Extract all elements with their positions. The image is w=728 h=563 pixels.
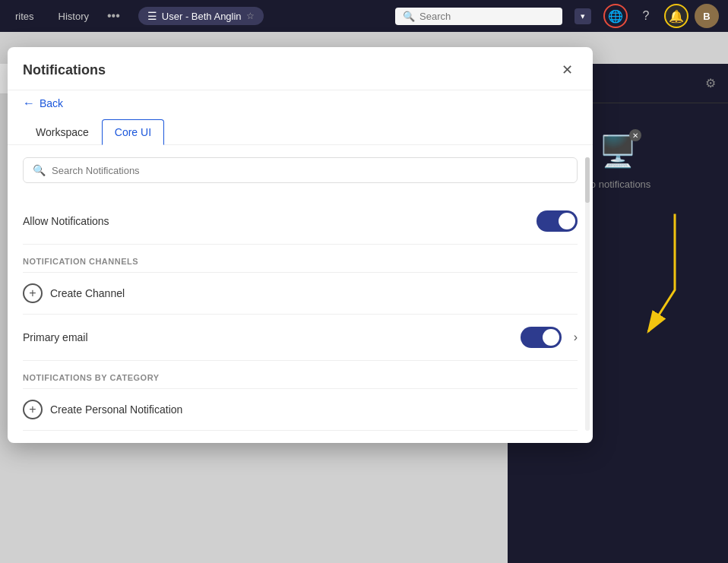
allow-notifications-row: Allow Notifications	[23, 198, 578, 245]
back-arrow-icon: ←	[23, 96, 35, 110]
primary-email-label: Primary email	[23, 331, 88, 343]
primary-email-chevron[interactable]: ›	[574, 331, 578, 344]
modal-overlay: Notifications ✕ ← Back Workspace Core UI…	[0, 32, 728, 563]
create-personal-label: Create Personal Notification	[50, 403, 182, 416]
help-button[interactable]: ?	[634, 4, 658, 28]
allow-notifications-label: Allow Notifications	[23, 215, 109, 227]
modal-back-button[interactable]: ← Back	[8, 90, 593, 113]
tab-core-ui[interactable]: Core UI	[102, 119, 164, 145]
search-icon: 🔍	[403, 11, 415, 22]
nav-icons: 🌐 ? 🔔 B	[603, 4, 719, 28]
allow-notifications-toggle[interactable]	[537, 210, 578, 232]
back-label: Back	[40, 97, 63, 109]
search-dropdown-arrow[interactable]: ▾	[574, 8, 591, 24]
notifications-modal: Notifications ✕ ← Back Workspace Core UI…	[8, 47, 593, 443]
nav-more-dots[interactable]: •••	[107, 9, 120, 23]
create-channel-row[interactable]: + Create Channel	[23, 273, 578, 315]
hamburger-icon: ☰	[147, 10, 157, 22]
user-pill[interactable]: ☰ User - Beth Anglin ☆	[138, 7, 264, 25]
nav-favorites[interactable]: rites	[9, 8, 40, 25]
top-nav: rites History ••• ☰ User - Beth Anglin ☆…	[0, 0, 728, 32]
create-personal-notification-row[interactable]: + Create Personal Notification	[23, 389, 578, 431]
user-label: User - Beth Anglin	[162, 11, 242, 22]
notif-search-input[interactable]	[52, 165, 568, 176]
notification-channels-header: NOTIFICATION CHANNELS	[23, 245, 578, 272]
tab-workspace[interactable]: Workspace	[23, 119, 102, 145]
star-icon: ☆	[246, 11, 255, 21]
notifications-by-category-header: NOTIFICATIONS BY CATEGORY	[23, 361, 578, 388]
bell-button[interactable]: 🔔	[664, 4, 688, 28]
toggle-thumb	[559, 213, 575, 229]
scroll-thumb[interactable]	[585, 157, 590, 203]
scroll-track[interactable]	[585, 157, 590, 431]
nav-history[interactable]: History	[52, 8, 95, 25]
create-personal-plus-icon: +	[23, 400, 43, 419]
modal-close-button[interactable]: ✕	[556, 59, 578, 81]
modal-title: Notifications	[23, 62, 106, 78]
avatar[interactable]: B	[695, 4, 719, 28]
primary-email-toggle[interactable]	[521, 327, 562, 348]
primary-email-controls: ›	[521, 327, 578, 348]
modal-tabs: Workspace Core UI	[8, 113, 593, 145]
modal-body: 🔍 Allow Notifications NOTIFICATION CHANN…	[8, 145, 593, 443]
create-channel-label: Create Channel	[50, 287, 125, 299]
notif-search-icon: 🔍	[33, 164, 46, 176]
search-input[interactable]	[419, 11, 541, 22]
search-bar: 🔍	[395, 8, 562, 25]
primary-email-row: Primary email ›	[23, 315, 578, 361]
modal-header: Notifications ✕	[8, 47, 593, 90]
globe-button[interactable]: 🌐	[603, 4, 628, 28]
notifications-search-bar: 🔍	[23, 157, 578, 183]
primary-email-toggle-thumb	[543, 329, 559, 346]
create-channel-plus-icon: +	[23, 283, 43, 303]
